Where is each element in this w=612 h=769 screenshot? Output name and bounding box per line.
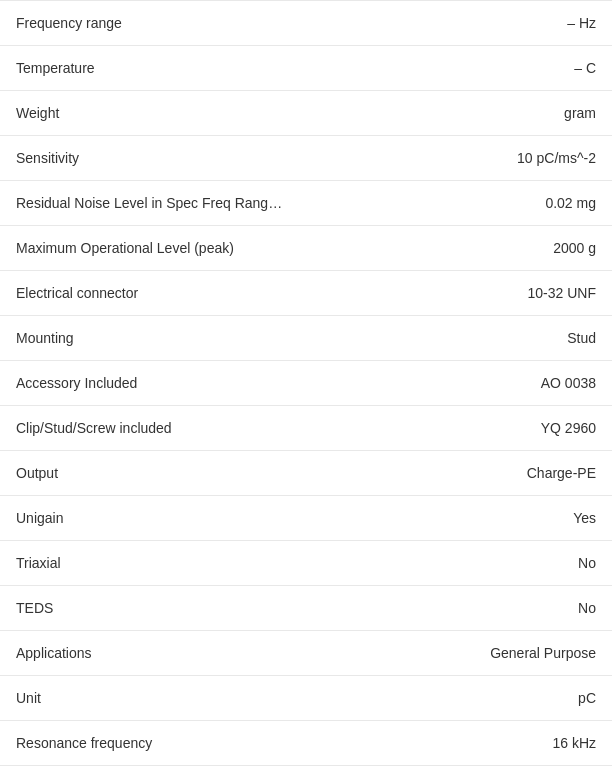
- spec-value: pC: [337, 676, 612, 721]
- spec-label: Temperature: [0, 46, 337, 91]
- specs-table: Frequency range– HzTemperature– CWeightg…: [0, 0, 612, 769]
- spec-label: Maximum Operational Level (peak): [0, 226, 337, 271]
- table-row: UnigainYes: [0, 496, 612, 541]
- spec-label: Unigain: [0, 496, 337, 541]
- table-row: Frequency range– Hz: [0, 1, 612, 46]
- table-row: MountingStud: [0, 316, 612, 361]
- table-row: Maximum Operational Level (peak)2000 g: [0, 226, 612, 271]
- spec-label: Maximum Shock Level (± peak): [0, 766, 337, 770]
- spec-value: 0.02 mg: [337, 181, 612, 226]
- spec-value: 2000 g: [337, 226, 612, 271]
- spec-label: Sensitivity: [0, 136, 337, 181]
- table-row: Sensitivity10 pC/ms^-2: [0, 136, 612, 181]
- spec-value: – C: [337, 46, 612, 91]
- spec-label: Frequency range: [0, 1, 337, 46]
- table-row: ApplicationsGeneral Purpose: [0, 631, 612, 676]
- spec-label: Applications: [0, 631, 337, 676]
- spec-label: Output: [0, 451, 337, 496]
- table-row: Resonance frequency16 kHz: [0, 721, 612, 766]
- spec-value: Stud: [337, 316, 612, 361]
- spec-value: YQ 2960: [337, 406, 612, 451]
- spec-label: Clip/Stud/Screw included: [0, 406, 337, 451]
- table-row: Residual Noise Level in Spec Freq Rang…0…: [0, 181, 612, 226]
- spec-value: 2000 g: [337, 766, 612, 770]
- spec-value: Yes: [337, 496, 612, 541]
- table-row: TEDSNo: [0, 586, 612, 631]
- table-row: OutputCharge-PE: [0, 451, 612, 496]
- spec-label: Electrical connector: [0, 271, 337, 316]
- spec-label: Accessory Included: [0, 361, 337, 406]
- table-row: Accessory IncludedAO 0038: [0, 361, 612, 406]
- spec-value: Charge-PE: [337, 451, 612, 496]
- table-row: Weightgram: [0, 91, 612, 136]
- spec-label: Residual Noise Level in Spec Freq Rang…: [0, 181, 337, 226]
- spec-value: gram: [337, 91, 612, 136]
- spec-label: TEDS: [0, 586, 337, 631]
- spec-label: Weight: [0, 91, 337, 136]
- table-row: Clip/Stud/Screw includedYQ 2960: [0, 406, 612, 451]
- table-row: Electrical connector10-32 UNF: [0, 271, 612, 316]
- spec-label: Mounting: [0, 316, 337, 361]
- spec-value: – Hz: [337, 1, 612, 46]
- spec-value: General Purpose: [337, 631, 612, 676]
- table-row: TriaxialNo: [0, 541, 612, 586]
- table-row: Temperature– C: [0, 46, 612, 91]
- spec-value: AO 0038: [337, 361, 612, 406]
- spec-label: Resonance frequency: [0, 721, 337, 766]
- spec-value: No: [337, 586, 612, 631]
- spec-value: 10 pC/ms^-2: [337, 136, 612, 181]
- table-row: UnitpC: [0, 676, 612, 721]
- table-row: Maximum Shock Level (± peak)2000 g: [0, 766, 612, 770]
- spec-value: No: [337, 541, 612, 586]
- spec-value: 10-32 UNF: [337, 271, 612, 316]
- spec-label: Triaxial: [0, 541, 337, 586]
- spec-label: Unit: [0, 676, 337, 721]
- spec-value: 16 kHz: [337, 721, 612, 766]
